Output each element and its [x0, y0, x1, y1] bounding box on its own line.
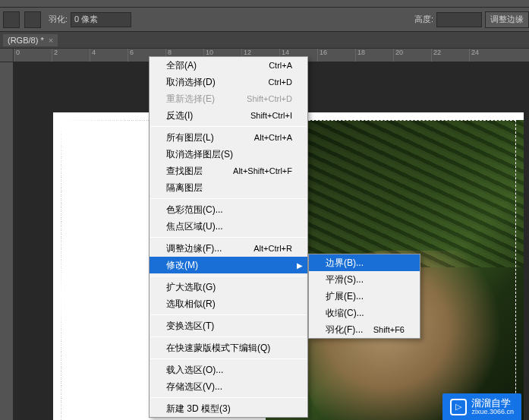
- ruler-tick: 2: [52, 49, 90, 62]
- ruler-vertical: [0, 62, 14, 420]
- play-icon: ▷: [450, 399, 467, 415]
- menu-item[interactable]: 变换选区(T): [150, 317, 307, 334]
- menu-shortcut: Alt+Ctrl+R: [253, 244, 292, 253]
- menu-item[interactable]: 所有图层(L)Alt+Ctrl+A: [150, 129, 307, 146]
- document-tab[interactable]: (RGB/8) * ×: [3, 34, 58, 46]
- close-icon[interactable]: ×: [49, 36, 53, 45]
- menu-item[interactable]: 在快速蒙版模式下编辑(Q): [150, 339, 307, 356]
- ruler-tick: 0: [14, 49, 52, 62]
- menu-item[interactable]: 调整边缘(F)...Alt+Ctrl+R: [150, 240, 307, 257]
- watermark-url: zixue.3066.cn: [471, 409, 514, 416]
- ruler-tick: 24: [469, 49, 507, 62]
- menu-item-label: 全部(A): [166, 59, 197, 72]
- menu-item[interactable]: 焦点区域(U)...: [150, 218, 307, 235]
- menu-shortcut: Alt+Shift+Ctrl+F: [233, 166, 292, 175]
- ruler-tick: 22: [431, 49, 469, 62]
- menu-item-label: 羽化(F)...: [326, 324, 363, 336]
- menu-separator: [150, 276, 307, 276]
- tab-title: (RGB/8) *: [8, 36, 44, 45]
- feather-input[interactable]: [71, 12, 131, 27]
- menu-item[interactable]: 反选(I)Shift+Ctrl+I: [150, 107, 307, 124]
- menu-item-label: 在快速蒙版模式下编辑(Q): [166, 342, 270, 355]
- menu-shortcut: Shift+Ctrl+D: [247, 94, 292, 103]
- menu-shortcut: Ctrl+A: [269, 61, 292, 70]
- menu-item-label: 重新选择(E): [166, 93, 215, 106]
- ruler-tick: 16: [317, 49, 355, 62]
- ruler-tick: 18: [355, 49, 393, 62]
- menu-item[interactable]: 载入选区(O)...: [150, 362, 307, 378]
- menu-separator: [150, 126, 307, 127]
- menu-item[interactable]: 隔离图层: [150, 179, 307, 196]
- menu-item-label: 存储选区(V)...: [166, 381, 222, 393]
- menu-item: 重新选择(E)Shift+Ctrl+D: [150, 90, 307, 107]
- menu-shortcut: Alt+Ctrl+A: [254, 133, 292, 142]
- menu-item-label: 修改(M): [166, 259, 198, 272]
- menu-item-label: 取消选择(D): [166, 76, 216, 89]
- height-input[interactable]: [436, 12, 482, 27]
- submenu-item[interactable]: 平滑(S)...: [309, 271, 420, 288]
- menu-separator: [150, 237, 307, 238]
- menu-item-label: 焦点区域(U)...: [166, 220, 223, 233]
- submenu-item[interactable]: 扩展(E)...: [309, 288, 420, 305]
- submenu-item[interactable]: 边界(B)...: [309, 254, 420, 271]
- ruler-tick: 20: [393, 49, 431, 62]
- menu-shortcut: Shift+Ctrl+I: [250, 111, 292, 120]
- menu-item[interactable]: 取消选择图层(S): [150, 146, 307, 163]
- menu-item[interactable]: 选取相似(R): [150, 295, 307, 312]
- menu-item-label: 隔离图层: [166, 182, 203, 194]
- feather-label: 羽化:: [49, 14, 68, 25]
- menu-item-label: 平滑(S)...: [326, 273, 364, 286]
- selection-mode-icon[interactable]: [24, 11, 41, 28]
- menu-item-label: 色彩范围(C)...: [166, 204, 223, 216]
- menu-item-label: 调整边缘(F)...: [166, 242, 222, 255]
- menu-item[interactable]: 存储选区(V)...: [150, 378, 307, 395]
- menu-item-label: 扩展(E)...: [326, 290, 364, 303]
- menu-item-label: 边界(B)...: [326, 257, 364, 270]
- menu-separator: [150, 198, 307, 199]
- menu-item-label: 新建 3D 模型(3): [166, 403, 231, 415]
- document-tabs: (RGB/8) * ×: [0, 32, 529, 49]
- menu-item-label: 载入选区(O)...: [166, 364, 223, 377]
- submenu-item[interactable]: 收缩(C)...: [309, 305, 420, 321]
- menu-item[interactable]: 色彩范围(C)...: [150, 201, 307, 218]
- watermark: ▷ 溜溜自学 zixue.3066.cn: [442, 393, 521, 420]
- menu-item[interactable]: 取消选择(D)Ctrl+D: [150, 74, 307, 90]
- menu-shortcut: Ctrl+D: [269, 77, 292, 87]
- menu-item-label: 收缩(C)...: [326, 307, 364, 320]
- canvas-area: 024681012141618202224 全部(A)Ctrl+A取消选择(D)…: [0, 49, 529, 420]
- height-label: 高度:: [414, 14, 433, 25]
- options-toolbar: 羽化: 高度: 调整边缘: [0, 8, 529, 32]
- ruler-tick: 4: [90, 49, 128, 62]
- menu-item-label: 查找图层: [166, 165, 203, 178]
- menu-item[interactable]: 查找图层Alt+Shift+Ctrl+F: [150, 163, 307, 179]
- menu-item[interactable]: 扩大选取(G): [150, 279, 307, 295]
- menu-item-label: 反选(I): [166, 109, 193, 122]
- submenu-arrow-icon: ▶: [297, 261, 303, 270]
- menu-item[interactable]: 新建 3D 模型(3): [150, 400, 307, 417]
- ruler-corner: [0, 49, 14, 62]
- menu-item-label: 取消选择图层(S): [166, 148, 233, 161]
- menu-separator: [150, 358, 307, 359]
- submenu-item[interactable]: 羽化(F)...Shift+F6: [309, 321, 420, 338]
- refine-edge-button[interactable]: 调整边缘: [485, 11, 529, 28]
- tool-preset-icon[interactable]: [3, 11, 20, 28]
- menu-item-label: 变换选区(T): [166, 320, 214, 333]
- menu-separator: [150, 314, 307, 315]
- menu-shortcut: Shift+F6: [373, 325, 405, 334]
- menu-separator: [150, 397, 307, 398]
- select-menu: 全部(A)Ctrl+A取消选择(D)Ctrl+D重新选择(E)Shift+Ctr…: [149, 56, 308, 418]
- menubar: [0, 0, 529, 8]
- menu-item-label: 所有图层(L): [166, 131, 214, 144]
- watermark-brand: 溜溜自学: [471, 398, 514, 409]
- menu-item-label: 扩大选取(G): [166, 281, 216, 294]
- menu-item[interactable]: 修改(M)▶: [150, 257, 307, 273]
- menu-separator: [150, 336, 307, 337]
- modify-submenu: 边界(B)...平滑(S)...扩展(E)...收缩(C)...羽化(F)...…: [308, 254, 420, 339]
- menu-item-label: 选取相似(R): [166, 298, 216, 311]
- menu-item[interactable]: 全部(A)Ctrl+A: [150, 57, 307, 74]
